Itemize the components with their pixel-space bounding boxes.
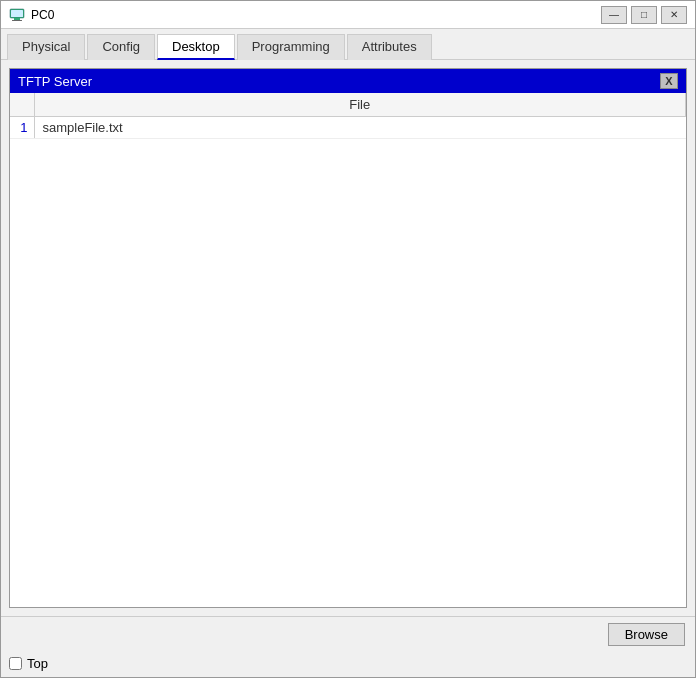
tab-config[interactable]: Config (87, 34, 155, 60)
file-name-cell: sampleFile.txt (34, 117, 686, 139)
main-window: PC0 — □ ✕ Physical Config Desktop Progra… (0, 0, 696, 678)
file-table-area: File 1 sampleFile.txt (10, 93, 686, 607)
tab-content: TFTP Server X File 1 sampleFile.txt (1, 60, 695, 616)
file-column-header: File (34, 93, 686, 117)
panel-close-button[interactable]: X (660, 73, 678, 89)
file-table-body: 1 sampleFile.txt (10, 117, 686, 139)
close-button[interactable]: ✕ (661, 6, 687, 24)
panel-title: TFTP Server (18, 74, 92, 89)
table-row: 1 sampleFile.txt (10, 117, 686, 139)
tab-bar: Physical Config Desktop Programming Attr… (1, 29, 695, 60)
bottom-bar: Browse (1, 616, 695, 652)
window-icon (9, 7, 25, 23)
maximize-button[interactable]: □ (631, 6, 657, 24)
top-checkbox-label[interactable]: Top (27, 656, 48, 671)
row-number: 1 (10, 117, 34, 139)
file-table: File 1 sampleFile.txt (10, 93, 686, 139)
svg-rect-1 (14, 18, 20, 20)
tab-programming[interactable]: Programming (237, 34, 345, 60)
titlebar: PC0 — □ ✕ (1, 1, 695, 29)
browse-button[interactable]: Browse (608, 623, 685, 646)
footer-checkbox-row: Top (1, 652, 695, 677)
svg-rect-3 (11, 10, 23, 17)
window-title: PC0 (31, 8, 601, 22)
panel-header: TFTP Server X (10, 69, 686, 93)
svg-rect-2 (12, 20, 22, 21)
titlebar-controls: — □ ✕ (601, 6, 687, 24)
top-checkbox[interactable] (9, 657, 22, 670)
row-num-header (10, 93, 34, 117)
minimize-button[interactable]: — (601, 6, 627, 24)
tab-desktop[interactable]: Desktop (157, 34, 235, 60)
tab-physical[interactable]: Physical (7, 34, 85, 60)
tftp-server-panel: TFTP Server X File 1 sampleFile.txt (9, 68, 687, 608)
tab-attributes[interactable]: Attributes (347, 34, 432, 60)
